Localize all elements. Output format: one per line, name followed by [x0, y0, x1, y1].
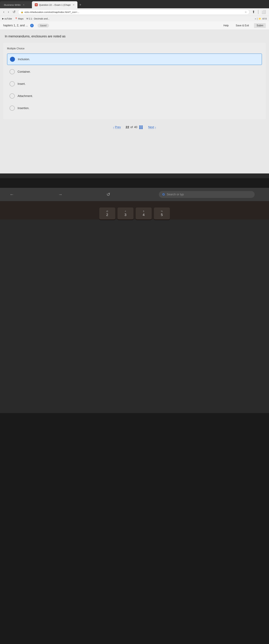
bookmark-star-icon[interactable]: ☆: [245, 10, 247, 14]
refresh-icon[interactable]: ↺: [106, 192, 110, 197]
header-right: Help Save & Exit Subm: [222, 23, 266, 28]
m-icon: M: [35, 3, 38, 6]
folder-icon: 📁: [259, 18, 261, 20]
key-4[interactable]: $ 4: [136, 208, 152, 220]
of-label: of: [130, 126, 133, 129]
next-label: Next: [148, 126, 154, 129]
main-content: In memorandums, enclosures are noted as …: [0, 30, 269, 174]
google-icon: G: [162, 192, 165, 196]
key-top-symbol: #: [125, 210, 126, 212]
page-title: hapters 1, 2, and ...: [3, 24, 28, 27]
navigation-row: ‹ Prev 22 of 40 Next ›: [3, 121, 266, 134]
info-icon[interactable]: i: [30, 24, 34, 27]
option-insert[interactable]: Insert.: [7, 78, 262, 89]
bookmark-label: Maps: [18, 18, 23, 20]
youtube-icon: ▶: [2, 18, 4, 20]
submit-button[interactable]: Subm: [254, 23, 266, 28]
laptop-area: ← → ↺ G Search or typ @ 2 # 3: [0, 174, 269, 413]
option-inclusion[interactable]: Inclusion.: [7, 54, 262, 65]
next-chevron-icon: ›: [155, 126, 156, 129]
more-bookmarks: » | 📁 All B: [255, 18, 267, 20]
bookmark-label: 2.1 - Decimals and...: [29, 18, 49, 20]
divider: |: [257, 18, 258, 20]
tab-label: Question 22 – Exam 1 (Chapt: [39, 4, 71, 6]
word-icon: W: [26, 18, 28, 20]
keyboard-area: @ 2 # 3 $ 4 % 5: [0, 201, 269, 220]
radio-unselected-icon: [9, 81, 15, 86]
search-placeholder: Search or typ: [167, 193, 184, 196]
option-text: Container.: [17, 70, 31, 74]
radio-unselected-icon: [9, 106, 15, 111]
lock-icon: 🔒: [21, 11, 23, 13]
current-page: 22: [126, 126, 129, 129]
browser-chrome: : Business Writin ✕ M Question 22 – Exam…: [0, 0, 269, 22]
option-attachment[interactable]: Attachment.: [7, 90, 262, 102]
radio-unselected-icon: [9, 69, 15, 74]
radio-unselected-icon: [9, 94, 15, 98]
prev-button[interactable]: ‹ Prev: [113, 126, 121, 129]
share-icon[interactable]: ⬆: [251, 10, 256, 14]
forward-button[interactable]: ›: [7, 10, 10, 14]
key-bottom-symbol: 5: [161, 213, 163, 217]
bookmark-youtube[interactable]: ▶ ouTube: [2, 18, 12, 20]
grid-icon[interactable]: [139, 126, 143, 129]
option-text: Insertion.: [17, 106, 29, 110]
address-bar-row: ‹ › ↺ 🔒 ezto.mheducation.com/ext/map/ind…: [0, 8, 269, 16]
multiple-choice-label: Multiple Choice: [7, 47, 262, 50]
prev-label: Prev: [115, 126, 121, 129]
option-container[interactable]: Container.: [7, 66, 262, 77]
key-2[interactable]: @ 2: [99, 208, 115, 220]
browser-nav-row: ← → ↺ G Search or typ: [0, 188, 269, 201]
back-button[interactable]: ‹: [2, 10, 5, 14]
maps-icon: 📍: [15, 18, 17, 20]
back-arrow-icon[interactable]: ←: [9, 192, 14, 197]
question-card: Multiple Choice Inclusion. Container. In…: [3, 43, 266, 119]
key-top-symbol: $: [143, 210, 144, 212]
option-insertion[interactable]: Insertion.: [7, 103, 262, 114]
option-text: Inclusion.: [18, 58, 30, 61]
page-indicator: 22 of 40: [126, 126, 143, 129]
tab-close-icon[interactable]: ✕: [23, 4, 24, 6]
radio-selected-icon: [10, 57, 15, 62]
bookmark-decimals[interactable]: W 2.1 - Decimals and...: [26, 18, 49, 20]
tab-question[interactable]: M Question 22 – Exam 1 (Chapt ✕: [32, 1, 77, 8]
save-exit-button[interactable]: Save & Exit: [234, 23, 251, 28]
option-text: Insert.: [17, 82, 25, 86]
saved-badge: Saved: [37, 24, 49, 28]
bookmark-label: ouTube: [4, 18, 12, 20]
keyboard-number-row: @ 2 # 3 $ 4 % 5: [8, 208, 261, 220]
key-bottom-symbol: 4: [143, 213, 144, 217]
key-top-symbol: %: [161, 210, 163, 212]
refresh-button[interactable]: ↺: [12, 10, 16, 14]
key-top-symbol: @: [106, 210, 108, 212]
bookmark-maps[interactable]: 📍 Maps: [15, 18, 23, 20]
more-label[interactable]: »: [255, 18, 256, 20]
new-tab-button[interactable]: +: [77, 3, 83, 7]
new-window-icon[interactable]: ⬜: [261, 10, 267, 14]
tab-business-writing[interactable]: : Business Writin ✕: [0, 1, 32, 8]
key-bottom-symbol: 3: [124, 213, 126, 217]
next-button[interactable]: Next ›: [148, 126, 156, 129]
forward-arrow-icon[interactable]: →: [58, 192, 62, 197]
all-bookmarks-label: All B: [262, 18, 267, 20]
key-5[interactable]: % 5: [154, 208, 170, 220]
total-pages: 40: [134, 126, 137, 129]
address-text: ezto.mheducation.com/ext/map/index.html?…: [24, 11, 242, 14]
tab-bar: : Business Writin ✕ M Question 22 – Exam…: [0, 0, 269, 8]
page-header: hapters 1, 2, and ... i Saved Help Save …: [0, 22, 269, 30]
address-bar[interactable]: 🔒 ezto.mheducation.com/ext/map/index.htm…: [18, 10, 250, 15]
search-bar[interactable]: G Search or typ: [159, 191, 255, 198]
tab-label: : Business Writin: [3, 4, 20, 6]
question-text: In memorandums, enclosures are noted as: [3, 34, 266, 38]
option-text: Attachment.: [17, 94, 33, 98]
help-button[interactable]: Help: [222, 23, 231, 28]
prev-chevron-icon: ‹: [113, 126, 114, 129]
tab-close-icon[interactable]: ✕: [73, 4, 74, 6]
key-bottom-symbol: 2: [106, 213, 108, 217]
key-3[interactable]: # 3: [117, 208, 133, 220]
screen-bezel: [0, 178, 269, 188]
bookmarks-bar: ▶ ouTube 📍 Maps W 2.1 - Decimals and... …: [0, 16, 269, 22]
